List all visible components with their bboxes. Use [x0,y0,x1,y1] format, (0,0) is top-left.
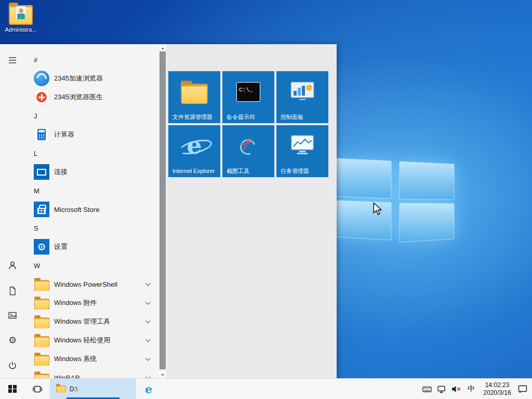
chevron-down-icon[interactable] [145,356,151,361]
section-letter: W [34,262,40,270]
chevron-down-icon[interactable] [145,375,151,378]
explorer-window-title: D:\ [70,385,77,393]
bag-shape [37,208,46,214]
tile-label: 文件资源管理器 [172,114,217,121]
folder-shape [181,84,208,104]
gear-icon: ⚙ [8,336,17,345]
folder-icon [33,295,50,311]
task-manager-shape [290,135,314,155]
touch-keyboard-tray-icon[interactable] [421,379,433,399]
clock-date: 2020/3/16 [482,389,512,397]
store-bag-shape [34,202,49,217]
section-header-hash[interactable]: # [25,50,156,69]
scroll-down-arrow-icon[interactable]: ▼ [159,371,166,378]
chevron-down-icon[interactable] [145,337,151,342]
app-label: Microsoft Store [54,206,99,214]
chevron-down-icon[interactable] [145,300,151,305]
folder-item-windows-system[interactable]: Windows 系统 [25,350,158,368]
network-tray-icon[interactable] [435,379,448,399]
app-item-connect[interactable]: 连接 [25,163,158,181]
section-header-s[interactable]: S [25,219,156,237]
section-letter: # [34,56,37,64]
section-header-w[interactable]: W [25,256,156,275]
app-item-microsoft-store[interactable]: Microsoft Store [25,200,158,219]
taskbar-explorer-button[interactable]: D:\ [50,379,136,399]
tile-label: 命令提示符 [227,114,271,121]
app-label: Windows 管理工具 [54,317,110,326]
tile-label: 任务管理器 [281,168,325,175]
cmd-prompt-glyph: C:\_ [239,87,252,93]
taskbar-clock[interactable]: 14:02:23 2020/3/16 [480,381,514,397]
network-icon [437,385,446,393]
scroll-up-arrow-icon[interactable]: ▲ [159,44,166,51]
folder-shape [34,374,49,378]
volume-muted-icon [451,385,461,393]
user-account-button[interactable] [0,253,25,278]
expand-menu-button[interactable] [0,48,25,73]
folder-icon [33,276,50,292]
tile-label: 控制面板 [281,114,325,121]
app-item-2345-browser[interactable]: 2345加速浏览器 [25,69,158,88]
system-tray: 中 14:02:23 2020/3/16 [421,379,532,399]
folder-shape [34,317,49,328]
chevron-down-icon[interactable] [145,318,151,324]
folder-item-windows-ease-of-access[interactable]: Windows 轻松使用 [25,331,158,350]
touch-keyboard-icon [422,385,432,393]
app-label: 设置 [54,242,68,251]
folder-item-windows-admin-tools[interactable]: Windows 管理工具 [25,312,158,331]
app-label: 计算器 [54,130,74,139]
tile-internet-explorer[interactable]: e Internet Explorer [168,125,220,177]
folder-icon [33,369,50,378]
pictures-icon [8,311,17,320]
taskbar-ie-button[interactable]: e [136,379,161,399]
ime-indicator[interactable]: 中 [464,384,478,394]
app-item-2345-doctor[interactable]: 2345浏览器医生 [25,88,158,107]
flag-pane [13,389,17,393]
control-panel-icon [290,82,314,102]
user-avatar [16,6,26,20]
folder-item-winrar[interactable]: WinRAR [25,368,158,378]
file-explorer-icon [56,385,66,393]
windows-flag-icon [8,385,17,393]
action-center-icon [517,384,528,394]
action-center-button[interactable] [516,379,529,399]
user-folder-icon [9,5,33,25]
section-header-j[interactable]: J [25,107,156,125]
tile-label: Internet Explorer [172,168,217,175]
app-item-settings[interactable]: ⚙ 设置 [25,237,158,256]
section-header-l[interactable]: L [25,144,156,163]
tile-file-explorer[interactable]: 文件资源管理器 [168,71,220,123]
app-item-calculator[interactable]: 计算器 [25,125,158,144]
app-label: WinRAR [54,374,80,379]
tile-control-panel[interactable]: 控制面板 [276,71,328,123]
cmd-icon: C:\_ [236,82,260,102]
calculator-body [37,129,46,140]
pictures-button[interactable] [0,303,25,328]
section-header-m[interactable]: M [25,181,156,200]
app-label: Windows PowerShell [54,281,117,288]
power-button[interactable] [0,353,25,378]
app-list: # 2345加速浏览器 2345浏览器医生 J 计算器 L 连接 M [25,44,159,378]
task-view-icon [32,385,43,393]
calculator-icon [33,126,50,143]
browser-circle-shape [34,71,49,86]
store-icon [33,201,50,218]
chevron-down-icon[interactable] [145,281,151,286]
connect-shape [34,164,49,180]
tile-snipping-tool[interactable]: ✂ 截图工具 [222,125,274,177]
volume-muted-tray-icon[interactable] [450,379,462,399]
documents-button[interactable] [0,278,25,303]
task-view-button[interactable] [25,379,50,399]
scrollbar-thumb[interactable] [159,51,166,369]
folder-item-windows-powershell[interactable]: Windows PowerShell [25,275,158,294]
app-list-scrollbar[interactable]: ▲ ▼ [159,44,166,378]
start-rail: ⚙ [0,44,25,378]
tile-command-prompt[interactable]: C:\_ 命令提示符 [222,71,274,123]
settings-button[interactable]: ⚙ [0,328,25,353]
snipping-shape: ✂ [237,135,260,157]
start-button[interactable] [0,379,25,399]
connect-icon [33,164,50,180]
desktop-icon-administrator[interactable]: Administra... [3,5,38,33]
tile-task-manager[interactable]: 任务管理器 [276,125,328,177]
folder-item-windows-accessories[interactable]: Windows 附件 [25,294,158,312]
